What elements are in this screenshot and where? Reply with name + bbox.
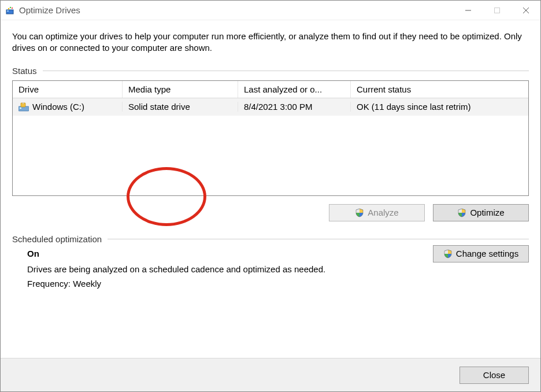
optimize-button-label: Optimize bbox=[470, 208, 504, 217]
analyze-button-label: Analyze bbox=[368, 208, 398, 217]
scheduled-description: Drives are being analyzed on a scheduled… bbox=[27, 264, 433, 274]
col-header-media-type[interactable]: Media type bbox=[123, 81, 238, 98]
window-title: Optimize Drives bbox=[19, 5, 80, 15]
drives-listview[interactable]: Drive Media type Last analyzed or o... C… bbox=[12, 80, 529, 196]
svg-point-3 bbox=[12, 7, 13, 8]
close-button-label: Close bbox=[483, 370, 505, 380]
close-button[interactable]: Close bbox=[460, 367, 529, 384]
col-header-drive[interactable]: Drive bbox=[13, 81, 123, 98]
change-settings-button-label: Change settings bbox=[456, 249, 518, 258]
drive-icon bbox=[18, 102, 29, 112]
svg-point-4 bbox=[10, 6, 11, 8]
svg-rect-13 bbox=[23, 102, 24, 103]
title-bar: Optimize Drives bbox=[1, 1, 540, 20]
status-section-label: Status bbox=[12, 66, 529, 76]
scheduled-info: On Drives are being analyzed on a schedu… bbox=[12, 249, 433, 293]
drive-cell-name: Windows (C:) bbox=[13, 102, 123, 112]
scheduled-divider bbox=[108, 239, 529, 239]
uac-shield-icon bbox=[355, 208, 364, 217]
defrag-icon bbox=[5, 6, 14, 15]
minimize-button[interactable] bbox=[454, 1, 483, 20]
scheduled-label-text: Scheduled optimization bbox=[12, 234, 102, 244]
col-header-last-analyzed[interactable]: Last analyzed or o... bbox=[238, 81, 351, 98]
drive-name-text: Windows (C:) bbox=[32, 102, 84, 112]
optimize-drives-window: Optimize Drives You can optimize your dr… bbox=[0, 0, 541, 392]
drive-row[interactable]: Windows (C:) Solid state drive 8/4/2021 … bbox=[13, 98, 528, 116]
close-window-button[interactable] bbox=[512, 1, 540, 20]
svg-rect-7 bbox=[495, 8, 500, 13]
analyze-button: Analyze bbox=[329, 204, 425, 221]
svg-rect-11 bbox=[20, 108, 21, 109]
client-area: You can optimize your drives to help you… bbox=[1, 20, 540, 358]
change-settings-button[interactable]: Change settings bbox=[433, 245, 529, 262]
scheduled-frequency: Frequency: Weekly bbox=[27, 279, 433, 289]
svg-point-5 bbox=[8, 8, 9, 9]
maximize-button bbox=[483, 1, 512, 20]
intro-text: You can optimize your drives to help you… bbox=[12, 31, 529, 54]
uac-shield-icon bbox=[457, 208, 466, 217]
drive-cell-current-status: OK (11 days since last retrim) bbox=[351, 102, 528, 112]
scheduled-section-label: Scheduled optimization bbox=[12, 234, 529, 244]
drive-cell-media-type: Solid state drive bbox=[123, 102, 238, 112]
drives-header-row: Drive Media type Last analyzed or o... C… bbox=[13, 81, 528, 98]
scheduled-state: On bbox=[27, 249, 433, 258]
drive-actions-row: Analyze Optimize bbox=[12, 204, 529, 221]
dialog-footer: Close bbox=[1, 358, 540, 391]
optimize-button[interactable]: Optimize bbox=[433, 204, 529, 221]
col-header-current-status[interactable]: Current status bbox=[351, 81, 528, 98]
svg-rect-2 bbox=[7, 10, 9, 12]
status-divider bbox=[43, 71, 529, 71]
uac-shield-icon bbox=[443, 249, 453, 258]
drive-cell-last-analyzed: 8/4/2021 3:00 PM bbox=[238, 102, 351, 112]
status-label-text: Status bbox=[12, 66, 37, 76]
